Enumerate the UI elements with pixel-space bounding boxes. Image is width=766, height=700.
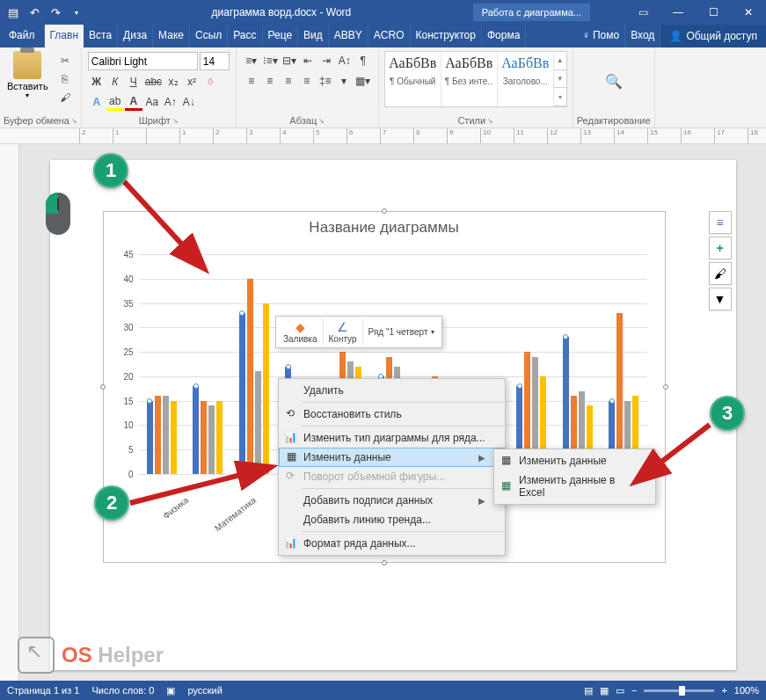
zoom-slider[interactable] <box>644 689 714 692</box>
tab-references[interactable]: Ссыл <box>190 25 228 47</box>
chart-filters-icon[interactable]: ▼ <box>709 288 732 310</box>
style-no-spacing[interactable]: АаБбВв¶ Без инте... <box>441 52 498 106</box>
zoom-level[interactable]: 100% <box>734 685 759 696</box>
subscript-button[interactable]: x₂ <box>164 73 182 91</box>
decrease-indent-button[interactable]: ⇤ <box>299 52 317 69</box>
series-selector[interactable]: Ряд "1 четверт▾ <box>363 318 440 346</box>
italic-button[interactable]: К <box>106 73 124 91</box>
redo-icon[interactable]: ↷ <box>47 4 63 20</box>
sort-button[interactable]: A↕ <box>336 52 354 69</box>
font-launcher[interactable]: ↘ <box>172 117 179 125</box>
tab-format[interactable]: Форма <box>482 25 526 47</box>
find-button[interactable]: 🔍 <box>605 73 623 90</box>
tell-me[interactable]: ♀Помо <box>577 25 625 47</box>
tab-file[interactable]: Файл <box>0 25 45 47</box>
layout-options-icon[interactable]: ≡ <box>709 211 732 234</box>
tab-abbyy[interactable]: ABBY <box>329 25 368 47</box>
style-normal[interactable]: АаБбВв¶ Обычный <box>385 52 441 106</box>
tab-review[interactable]: Реце <box>263 25 299 47</box>
tab-acrobat[interactable]: ACRO <box>368 25 411 47</box>
show-marks-button[interactable]: ¶ <box>354 52 372 69</box>
ctx-edit-data[interactable]: ▦ Изменить данные ▶ ▦Изменить данные ▦Из… <box>279 448 505 467</box>
print-layout-icon[interactable]: ▦ <box>600 685 609 696</box>
style-heading1[interactable]: АаБбВвЗаголово... <box>498 52 554 106</box>
copy-icon[interactable]: ⎘ <box>55 71 75 87</box>
styles-launcher[interactable]: ↘ <box>487 117 493 125</box>
submenu-edit-data[interactable]: ▦Изменить данные <box>494 451 655 470</box>
borders-button[interactable]: ▦▾ <box>354 72 372 90</box>
zoom-in-button[interactable]: + <box>721 685 726 696</box>
ctx-format-series[interactable]: 📊Формат ряда данных... <box>279 534 505 553</box>
shrink-font-button[interactable]: A↓ <box>180 93 198 111</box>
outline-button[interactable]: ∠Контур <box>324 318 363 346</box>
tab-constructor[interactable]: Конструктор <box>411 25 482 47</box>
align-left-button[interactable]: ≡ <box>243 72 260 90</box>
styles-gallery[interactable]: АаБбВв¶ Обычный АаБбВв¶ Без инте... АаБб… <box>384 51 567 107</box>
read-mode-icon[interactable]: ▤ <box>584 685 593 696</box>
web-layout-icon[interactable]: ▭ <box>616 685 624 696</box>
paragraph-launcher[interactable]: ↘ <box>318 117 325 125</box>
tab-mailings[interactable]: Расс <box>228 25 262 47</box>
superscript-button[interactable]: x² <box>183 73 201 91</box>
undo-icon[interactable]: ↶ <box>26 4 42 20</box>
zoom-out-button[interactable]: − <box>631 685 637 696</box>
vertical-ruler[interactable] <box>0 144 19 681</box>
underline-button[interactable]: Ч <box>125 73 142 91</box>
text-effects-button[interactable]: A <box>88 93 106 111</box>
align-center-button[interactable]: ≡ <box>261 72 279 90</box>
styles-more[interactable]: ▾ <box>554 88 566 106</box>
tab-layout[interactable]: Маке <box>153 25 190 47</box>
clipboard-launcher[interactable]: ↘ <box>71 117 77 125</box>
submenu-edit-excel[interactable]: ▦Изменить данные в Excel <box>494 470 655 502</box>
language-indicator[interactable]: русский <box>187 685 222 696</box>
highlight-button[interactable]: ab <box>106 93 124 111</box>
page-indicator[interactable]: Страница 1 из 1 <box>7 685 79 696</box>
chart-tools-tab[interactable]: Работа с диаграмма... <box>473 4 590 21</box>
horizontal-ruler[interactable]: 2112345678910111213141516171819 <box>0 128 766 144</box>
cut-icon[interactable]: ✂ <box>55 53 75 69</box>
fill-button[interactable]: ◆Заливка <box>278 318 324 346</box>
format-painter-icon[interactable]: 🖌 <box>55 90 75 106</box>
paste-button[interactable]: Вставить ▾ <box>4 49 52 101</box>
ctx-change-chart-type[interactable]: 📊Изменить тип диаграммы для ряда... <box>279 428 505 448</box>
font-size-input[interactable] <box>200 52 230 70</box>
qat-more-icon[interactable]: ▾ <box>69 4 84 20</box>
multilevel-button[interactable]: ⊟▾ <box>281 52 298 69</box>
share-button[interactable]: 👤Общий доступ <box>660 25 766 47</box>
chart-elements-icon[interactable]: + <box>709 237 732 259</box>
shading-button[interactable]: ▾ <box>335 72 353 90</box>
ribbon-options-icon[interactable]: ▭ <box>625 0 660 25</box>
justify-button[interactable]: ≡ <box>298 72 316 90</box>
bullets-button[interactable]: ≡▾ <box>243 52 260 69</box>
chart-styles-icon[interactable]: 🖌 <box>709 262 732 285</box>
align-right-button[interactable]: ≡ <box>280 72 297 90</box>
increase-indent-button[interactable]: ⇥ <box>317 52 335 69</box>
grow-font-button[interactable]: A↑ <box>162 93 179 111</box>
ctx-reset-style[interactable]: ⟲Восстановить стиль <box>279 405 505 424</box>
numbering-button[interactable]: ⁝≡▾ <box>261 52 280 69</box>
font-name-input[interactable] <box>88 52 198 70</box>
maximize-button[interactable]: ☐ <box>696 0 731 25</box>
save-icon[interactable]: ▤ <box>5 4 21 20</box>
line-spacing-button[interactable]: ‡≡ <box>317 72 334 90</box>
sign-in[interactable]: Вход <box>625 25 660 47</box>
tab-insert[interactable]: Вста <box>84 25 118 47</box>
close-button[interactable]: ✕ <box>731 0 766 25</box>
bold-button[interactable]: Ж <box>88 73 106 91</box>
strikethrough-button[interactable]: abc <box>143 73 164 91</box>
change-case-button[interactable]: Aa <box>143 93 161 111</box>
ctx-delete[interactable]: Удалить <box>279 381 505 400</box>
tab-design[interactable]: Диза <box>118 25 153 47</box>
minimize-button[interactable]: — <box>660 0 696 25</box>
word-count[interactable]: Число слов: 0 <box>91 685 154 696</box>
tab-view[interactable]: Вид <box>298 25 329 47</box>
font-color-button[interactable]: A <box>125 93 142 111</box>
spellcheck-icon[interactable]: ▣ <box>166 685 175 696</box>
styles-down[interactable]: ▼ <box>554 70 566 89</box>
tab-home[interactable]: Главн <box>45 25 84 47</box>
styles-up[interactable]: ▲ <box>554 52 566 70</box>
ctx-add-trendline[interactable]: Добавить линию тренда... <box>279 510 505 529</box>
chart-title[interactable]: Название диаграммы <box>104 219 665 237</box>
clear-format-icon[interactable]: ◊ <box>201 73 219 91</box>
ctx-add-data-labels[interactable]: Добавить подписи данных▶ <box>279 491 505 510</box>
